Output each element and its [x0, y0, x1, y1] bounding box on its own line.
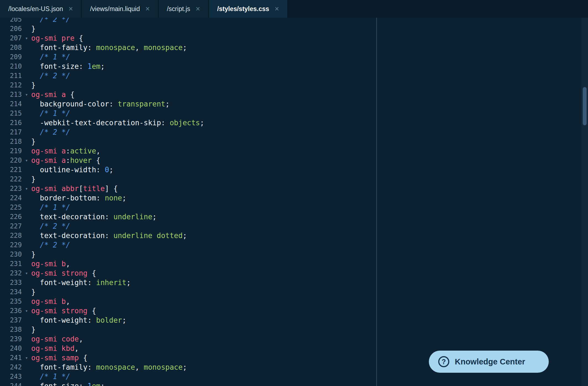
code-text: } [31, 137, 36, 146]
line-number: 208 [0, 43, 22, 52]
code-line[interactable]: 228 text-decoration: underline dotted; [0, 231, 588, 240]
code-line[interactable]: 207▾og-smi pre { [0, 33, 588, 43]
code-line[interactable]: 214 background-color: transparent; [0, 99, 588, 109]
code-line[interactable]: 218} [0, 137, 588, 146]
fold-arrow-icon[interactable]: ▾ [22, 33, 31, 43]
fold-arrow-icon[interactable]: ▾ [22, 306, 31, 315]
code-line[interactable]: 235og-smi b, [0, 297, 588, 306]
code-line[interactable]: 220▾og-smi a:hover { [0, 156, 588, 165]
knowledge-center-label: Knowledge Center [455, 357, 525, 366]
line-number: 210 [0, 62, 22, 71]
fold-arrow-icon[interactable]: ▾ [22, 184, 31, 193]
code-text: /* 1 */ [31, 109, 70, 118]
code-line[interactable]: 223▾og-smi abbr[title] { [0, 184, 588, 193]
help-icon: ? [438, 356, 449, 367]
close-icon[interactable]: × [275, 5, 279, 13]
tab-styles-styles-css[interactable]: /styles/styles.css × [209, 0, 288, 18]
code-line[interactable]: 230} [0, 250, 588, 259]
code-text: font-size: 1em; [31, 382, 105, 386]
tab-label: /views/main.liquid [90, 5, 140, 13]
code-line[interactable]: 231og-smi b, [0, 259, 588, 268]
code-text: og-smi strong { [31, 269, 96, 277]
code-line[interactable]: 236▾og-smi strong { [0, 306, 588, 315]
code-text: background-color: transparent; [31, 100, 170, 108]
code-text: /* 2 */ [31, 128, 70, 136]
code-line[interactable]: 225 /* 1 */ [0, 203, 588, 212]
code-line[interactable]: 205 /* 2 */ [0, 18, 588, 24]
line-number: 211 [0, 71, 22, 80]
line-number: 242 [0, 362, 22, 372]
code-line[interactable]: 237 font-weight: bolder; [0, 315, 588, 325]
code-text: og-smi strong { [31, 307, 96, 315]
line-number: 230 [0, 250, 22, 259]
code-line[interactable]: 244 font-size: 1em; [0, 381, 588, 386]
line-number: 226 [0, 212, 22, 221]
code-text: -webkit-text-decoration-skip: objects; [31, 119, 204, 127]
code-line[interactable]: 221 outline-width: 0; [0, 165, 588, 174]
close-icon[interactable]: × [196, 5, 200, 13]
line-number: 238 [0, 325, 22, 334]
line-number: 215 [0, 109, 22, 118]
code-text: /* 1 */ [31, 203, 70, 212]
code-line[interactable]: 233 font-weight: inherit; [0, 278, 588, 287]
tab-label: /styles/styles.css [217, 5, 269, 13]
fold-arrow-icon[interactable]: ▾ [22, 353, 31, 362]
line-number: 206 [0, 24, 22, 33]
tab-script-js[interactable]: /script.js × [159, 0, 209, 18]
code-line[interactable]: 212} [0, 80, 588, 90]
code-text: og-smi kbd, [31, 344, 79, 353]
scrollbar-thumb[interactable] [583, 87, 587, 125]
fold-arrow-icon[interactable]: ▾ [22, 268, 31, 278]
code-line[interactable]: 234} [0, 287, 588, 297]
tab-views-main-liquid[interactable]: /views/main.liquid × [82, 0, 159, 18]
code-text: } [31, 325, 36, 334]
code-line[interactable]: 209 /* 1 */ [0, 52, 588, 62]
scrollbar-track[interactable] [581, 18, 588, 386]
code-line[interactable]: 217 /* 2 */ [0, 127, 588, 137]
line-number: 219 [0, 146, 22, 156]
tab-locales-en-us-json[interactable]: /locales/en-US.json × [0, 0, 82, 18]
close-icon[interactable]: × [145, 5, 150, 13]
code-text: og-smi samp { [31, 354, 88, 362]
code-line[interactable]: 239og-smi code, [0, 334, 588, 344]
line-number: 228 [0, 231, 22, 240]
close-icon[interactable]: × [69, 5, 73, 13]
code-line[interactable]: 238} [0, 325, 588, 334]
column-ruler [376, 18, 377, 386]
line-number: 209 [0, 52, 22, 62]
tab-label: /locales/en-US.json [8, 5, 63, 13]
line-number: 205 [0, 18, 22, 24]
fold-arrow-icon[interactable]: ▾ [22, 156, 31, 165]
code-line[interactable]: 215 /* 1 */ [0, 109, 588, 118]
line-number: 221 [0, 165, 22, 174]
line-number: 207 [0, 33, 22, 43]
code-line[interactable]: 229 /* 2 */ [0, 240, 588, 250]
line-number: 216 [0, 118, 22, 127]
code-line[interactable]: 219og-smi a:active, [0, 146, 588, 156]
code-text: og-smi a { [31, 90, 75, 99]
code-editor[interactable]: 205 /* 2 */206}207▾og-smi pre {208 font-… [0, 18, 588, 386]
code-line[interactable]: 232▾og-smi strong { [0, 268, 588, 278]
fold-arrow-icon[interactable]: ▾ [22, 90, 31, 99]
line-number: 232 [0, 268, 22, 278]
code-editor-window: /locales/en-US.json × /views/main.liquid… [0, 0, 588, 386]
code-text: /* 2 */ [31, 72, 70, 80]
code-line[interactable]: 227 /* 2 */ [0, 221, 588, 231]
code-line[interactable]: 210 font-size: 1em; [0, 62, 588, 71]
code-text: } [31, 288, 36, 296]
code-text: /* 2 */ [31, 241, 70, 249]
code-line[interactable]: 224 border-bottom: none; [0, 193, 588, 203]
code-line[interactable]: 243 /* 1 */ [0, 372, 588, 381]
code-line[interactable]: 222} [0, 174, 588, 184]
code-line[interactable]: 226 text-decoration: underline; [0, 212, 588, 221]
code-line[interactable]: 208 font-family: monospace, monospace; [0, 43, 588, 52]
code-text: og-smi a:active, [31, 147, 100, 155]
code-text: } [31, 250, 36, 259]
knowledge-center-button[interactable]: ? Knowledge Center [429, 351, 549, 373]
code-line[interactable]: 216 -webkit-text-decoration-skip: object… [0, 118, 588, 127]
code-line[interactable]: 206} [0, 24, 588, 33]
code-text: font-size: 1em; [31, 62, 105, 71]
code-line[interactable]: 211 /* 2 */ [0, 71, 588, 80]
code-line[interactable]: 213▾og-smi a { [0, 90, 588, 99]
line-number: 233 [0, 278, 22, 287]
